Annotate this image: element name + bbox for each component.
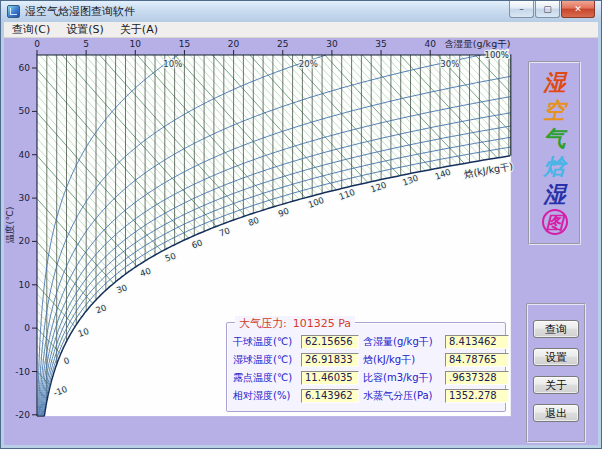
- art-char-1: 空: [530, 96, 579, 124]
- svg-text:10: 10: [130, 39, 142, 49]
- svg-text:30%: 30%: [440, 59, 459, 69]
- wet-bulb-field[interactable]: 26.91833: [301, 353, 359, 367]
- action-button-panel: 查询 设置 关于 退出: [526, 303, 586, 443]
- close-button[interactable]: ✕: [561, 1, 595, 18]
- svg-text:20%: 20%: [299, 59, 318, 69]
- minimize-button[interactable]: –: [509, 1, 534, 18]
- svg-text:30: 30: [326, 39, 338, 49]
- exit-button[interactable]: 退出: [533, 404, 579, 422]
- menu-about[interactable]: 关于(A): [112, 21, 166, 38]
- app-window: 湿空气焓湿图查询软件 – ▢ ✕ 查询(C) 设置(S) 关于(A) 05101…: [0, 0, 602, 449]
- svg-text:15: 15: [179, 39, 190, 49]
- svg-text:40: 40: [424, 39, 436, 49]
- dry-bulb-label: 干球温度(℃): [233, 335, 297, 349]
- dew-point-label: 露点温度(℃): [233, 371, 297, 385]
- moisture-content-label: 含湿量(g/kg干): [363, 335, 441, 349]
- x-axis: 0510152025303540含湿量(g/kg干): [34, 38, 510, 55]
- settings-button[interactable]: 设置: [533, 348, 579, 366]
- svg-text:60: 60: [19, 63, 31, 73]
- menu-bar: 查询(C) 设置(S) 关于(A): [4, 22, 598, 38]
- dry-bulb-field[interactable]: 62.15656: [301, 335, 359, 349]
- menu-settings[interactable]: 设置(S): [58, 21, 112, 38]
- svg-text:20: 20: [228, 39, 240, 49]
- about-button[interactable]: 关于: [533, 376, 579, 394]
- client-area: 0510152025303540含湿量(g/kg干)6050403020100-…: [4, 38, 598, 445]
- svg-text:-20: -20: [15, 410, 30, 420]
- svg-text:0: 0: [34, 39, 40, 49]
- svg-text:温度(℃): 温度(℃): [4, 206, 15, 243]
- moisture-content-field[interactable]: 8.413462: [445, 335, 509, 349]
- wet-bulb-label: 湿球温度(℃): [233, 353, 297, 367]
- decorative-title-box: 湿空气焓湿图: [528, 61, 581, 245]
- svg-text:25: 25: [277, 39, 288, 49]
- svg-text:-10: -10: [15, 367, 30, 377]
- art-char-5: 图: [542, 209, 568, 235]
- svg-text:35: 35: [375, 39, 386, 49]
- art-char-4: 湿: [530, 180, 579, 208]
- results-panel: 大气压力:101325 Pa 干球温度(℃) 62.15656 含湿量(g/kg…: [226, 322, 506, 412]
- svg-text:40: 40: [19, 150, 31, 160]
- menu-query[interactable]: 查询(C): [4, 21, 58, 38]
- y-axis: 6050403020100-10-20温度(℃): [4, 63, 37, 420]
- art-char-2: 气: [530, 124, 579, 152]
- svg-text:含湿量(g/kg干): 含湿量(g/kg干): [444, 38, 510, 49]
- svg-text:20: 20: [19, 236, 31, 246]
- vapor-pressure-field[interactable]: 1352.278: [445, 389, 509, 403]
- svg-text:10%: 10%: [163, 59, 182, 69]
- specific-volume-label: 比容(m3/kg干): [363, 371, 441, 385]
- vapor-pressure-label: 水蒸气分压(Pa): [363, 389, 441, 403]
- app-icon: [7, 5, 20, 18]
- art-char-0: 湿: [530, 68, 579, 96]
- window-controls: – ▢ ✕: [508, 1, 595, 18]
- atmospheric-pressure: 大气压力:101325 Pa: [235, 316, 355, 331]
- enthalpy-field[interactable]: 84.78765: [445, 353, 509, 367]
- window-title: 湿空气焓湿图查询软件: [25, 4, 135, 19]
- svg-text:30: 30: [19, 193, 31, 203]
- svg-text:5: 5: [83, 39, 89, 49]
- pressure-value: 101325 Pa: [293, 317, 351, 330]
- title-bar[interactable]: 湿空气焓湿图查询软件 – ▢ ✕: [1, 1, 601, 22]
- relative-humidity-label: 相对湿度(%): [233, 389, 297, 403]
- enthalpy-label: 焓(kJ/kg干): [363, 353, 441, 367]
- svg-text:10: 10: [19, 280, 31, 290]
- maximize-button[interactable]: ▢: [535, 1, 560, 18]
- specific-volume-field[interactable]: .9637328: [445, 371, 509, 385]
- svg-text:50: 50: [19, 106, 31, 116]
- relative-humidity-field[interactable]: 6.143962: [301, 389, 359, 403]
- pressure-label: 大气压力:: [239, 317, 287, 330]
- art-char-3: 焓: [530, 152, 579, 180]
- svg-text:100%: 100%: [484, 50, 508, 60]
- svg-text:0: 0: [24, 323, 30, 333]
- dew-point-field[interactable]: 11.46035: [301, 371, 359, 385]
- query-button[interactable]: 查询: [533, 320, 579, 338]
- results-grid: 干球温度(℃) 62.15656 含湿量(g/kg干) 8.413462 湿球温…: [227, 323, 505, 403]
